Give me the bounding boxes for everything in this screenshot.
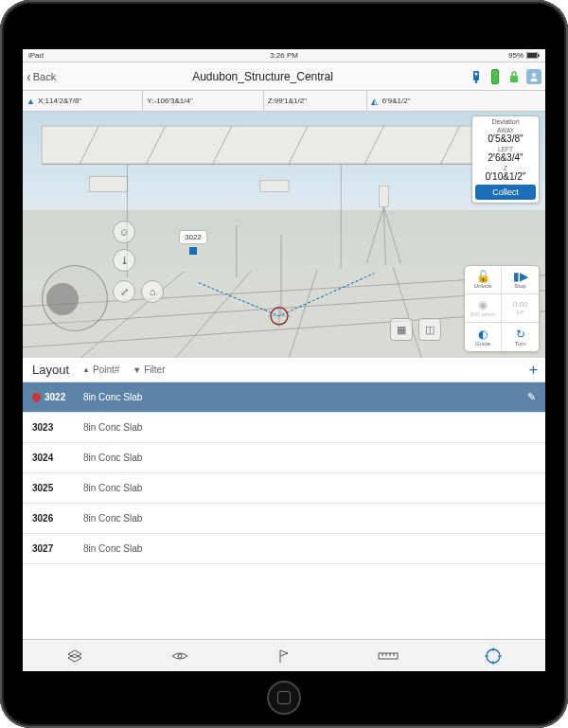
instrument-icon[interactable] (470, 68, 483, 85)
svg-point-39 (178, 654, 182, 658)
list-row[interactable]: 3027 8in Conc Slab (23, 534, 545, 564)
user-icon[interactable] (526, 69, 541, 84)
ht-button[interactable]: 0.00 HT (502, 294, 539, 323)
view-tools-row: ⤢ ⌂ (113, 280, 164, 303)
unlock-button[interactable]: 🔓 Unlock (465, 266, 502, 294)
z-label: Z (475, 165, 536, 171)
svg-line-33 (383, 206, 385, 265)
lock-icon[interactable] (507, 68, 521, 85)
coord-x[interactable]: ▲ X:114'2&7/8" (23, 91, 143, 111)
bottom-toolbar (23, 639, 545, 671)
model-viewport[interactable]: 3022 ☺ ⤓ ⤢ ⌂ ▦ ◫ Deviation AWAY 0'5&3/ (23, 112, 545, 358)
chevron-left-icon: ‹ (27, 69, 31, 84)
list-header: Layout ▲ Point# ▼ Filter + (23, 358, 545, 382)
coord-z[interactable]: Z:99'1&1/2" (264, 91, 367, 111)
ipad-frame: iPad 3:26 PM 95% ‹ Back Audubon_Structur… (0, 0, 568, 728)
svg-rect-34 (379, 186, 388, 206)
filter-button[interactable]: ▼ Filter (133, 364, 165, 375)
list-row[interactable]: 3025 8in Conc Slab (23, 473, 545, 504)
screen: iPad 3:26 PM 95% ‹ Back Audubon_Structur… (23, 49, 545, 671)
sort-button[interactable]: ▲ Point# (82, 364, 119, 375)
prism-button[interactable]: ◉ 360 prism (465, 294, 502, 323)
list-title: Layout (32, 363, 69, 377)
joystick[interactable] (42, 265, 108, 331)
layer-toggle-1[interactable]: ▦ (390, 318, 413, 341)
download-view-button[interactable]: ⤓ (113, 249, 135, 272)
target-button[interactable] (480, 645, 506, 667)
list-row[interactable]: 3022 8in Conc Slab ✎ (23, 382, 545, 413)
ht-value: 0.00 (513, 301, 528, 309)
svg-rect-16 (89, 176, 127, 191)
home-view-button[interactable]: ⌂ (141, 280, 164, 303)
guide-icon: ◐ (478, 328, 488, 340)
svg-rect-40 (379, 653, 398, 659)
battery-percent: 95% (508, 51, 524, 60)
stop-button[interactable]: ▮▶ Stop (502, 266, 539, 294)
turn-button[interactable]: ↻ Turn (502, 323, 539, 351)
left-label: LEFT (475, 146, 536, 152)
device-label: iPad (28, 51, 44, 60)
svg-rect-6 (510, 76, 518, 82)
battery-level-icon[interactable] (488, 68, 502, 85)
dist-icon: ◭ (371, 97, 381, 106)
joystick-knob[interactable] (46, 283, 79, 315)
layers-button[interactable] (62, 645, 88, 667)
point-callout[interactable]: 3022 (179, 230, 207, 244)
list-row[interactable]: 3023 8in Conc Slab (23, 413, 545, 443)
status-bar: iPad 3:26 PM 95% (23, 49, 545, 62)
view-tools-column: ☺ ⤓ (113, 221, 135, 272)
collect-button[interactable]: Collect (475, 185, 536, 200)
visibility-button[interactable] (167, 645, 193, 667)
guide-button[interactable]: ◐ Guide (465, 323, 502, 351)
left-value: 2'6&3/4" (475, 152, 536, 163)
deviation-title: Deviation (475, 118, 536, 125)
back-button[interactable]: ‹ Back (27, 69, 56, 84)
svg-point-45 (487, 649, 500, 663)
instrument-control-panel: 🔓 Unlock ▮▶ Stop ◉ 360 prism 0.00 HT ◐ (464, 265, 540, 352)
sort-icon: ▲ (82, 365, 90, 374)
page-title: Audubon_Structure_Central (60, 70, 466, 83)
flag-button[interactable] (271, 645, 297, 667)
pin-icon (30, 391, 43, 403)
zoom-extents-button[interactable]: ⤢ (113, 280, 135, 303)
measure-button[interactable] (375, 645, 401, 667)
away-value: 0'5&3/8" (475, 133, 536, 144)
status-time: 3:26 PM (270, 51, 298, 60)
nav-actions (470, 68, 541, 85)
svg-rect-17 (260, 180, 289, 191)
coord-dist[interactable]: ◭ 6'9&1/2" (367, 91, 470, 111)
svg-rect-1 (527, 53, 537, 58)
svg-rect-2 (538, 54, 540, 57)
person-view-button[interactable]: ☺ (113, 221, 135, 243)
battery-icon (526, 52, 540, 59)
ipad-home-button[interactable] (267, 681, 301, 715)
prism-360-icon: ◉ (478, 299, 488, 311)
list-row[interactable]: 3026 8in Conc Slab (23, 504, 545, 534)
away-label: AWAY (475, 127, 536, 133)
point-list[interactable]: 3022 8in Conc Slab ✎ 3023 8in Conc Slab … (23, 382, 545, 639)
svg-rect-5 (475, 80, 477, 83)
list-row[interactable]: 3024 8in Conc Slab (23, 443, 545, 473)
nav-header: ‹ Back Audubon_Structure_Central (23, 62, 545, 91)
svg-point-4 (475, 72, 478, 75)
svg-line-31 (366, 206, 383, 263)
coordinates-bar: ▲ X:114'2&7/8" Y:-106'3&1/4" Z:99'1&1/2"… (23, 91, 545, 112)
back-label: Back (33, 71, 56, 82)
deviation-panel: Deviation AWAY 0'5&3/8" LEFT 2'6&3/4" Z … (471, 115, 540, 204)
add-point-button[interactable]: + (529, 362, 538, 379)
stop-icon: ▮▶ (513, 271, 528, 282)
layer-toggle-2[interactable]: ◫ (418, 318, 441, 341)
coord-y[interactable]: Y:-106'3&1/4" (143, 91, 263, 111)
unlock-icon: 🔓 (476, 271, 490, 282)
svg-line-32 (383, 206, 400, 263)
turn-icon: ↻ (516, 328, 525, 340)
prism-icon: ▲ (27, 97, 36, 106)
filter-icon: ▼ (133, 365, 141, 375)
svg-point-7 (532, 73, 536, 77)
z-value: 0'10&1/2" (475, 171, 536, 182)
edit-icon[interactable]: ✎ (527, 391, 536, 403)
view-layer-tools: ▦ ◫ (390, 318, 441, 341)
svg-rect-8 (42, 126, 526, 164)
